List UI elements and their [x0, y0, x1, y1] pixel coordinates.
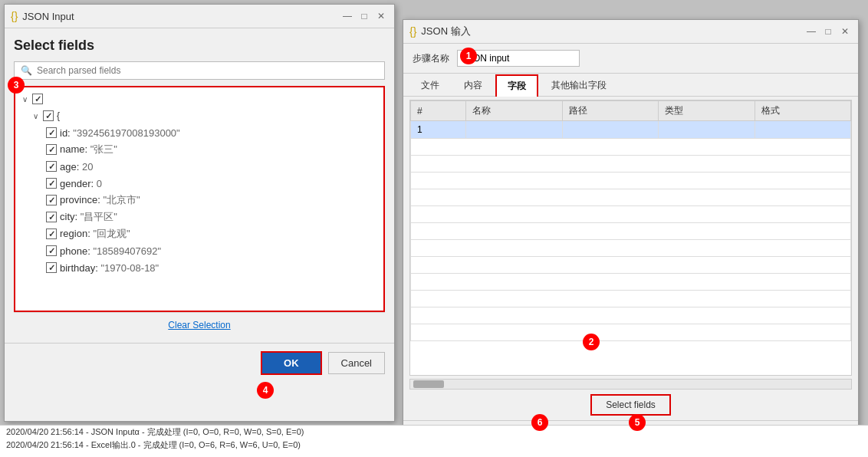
- left-titlebar: {} JSON Input — □ ✕: [5, 5, 394, 28]
- table-row: [411, 257, 851, 274]
- annotation-5: 5: [629, 414, 646, 431]
- table-row: [411, 173, 851, 189]
- table-row: [411, 240, 851, 257]
- horizontal-scrollbar[interactable]: [409, 379, 852, 390]
- field-label-name: name: "张三": [60, 143, 117, 156]
- field-row-province: province: "北京市": [15, 192, 383, 209]
- fields-table-wrapper[interactable]: # 名称 路径 类型 格式 1: [409, 100, 852, 376]
- clear-selection-container: Clear Selection: [14, 312, 385, 337]
- field-row-name: name: "张三": [15, 141, 383, 158]
- left-dialog-title: JSON Input: [22, 11, 74, 22]
- search-input[interactable]: [37, 65, 378, 76]
- log-area: 2020/04/20 21:56:14 - JSON Inputα - 完成处理…: [0, 425, 868, 457]
- checkbox-object[interactable]: [43, 110, 54, 121]
- cancel-button[interactable]: Cancel: [328, 352, 385, 374]
- chevron-root[interactable]: ∨: [20, 94, 29, 104]
- checkbox-region[interactable]: [46, 228, 57, 239]
- field-row-root: ∨: [15, 90, 383, 107]
- annotation-1: 1: [460, 48, 477, 64]
- left-maximize-button[interactable]: □: [357, 9, 371, 23]
- checkbox-gender[interactable]: [46, 178, 57, 189]
- col-path: 路径: [562, 101, 658, 121]
- left-close-button[interactable]: ✕: [374, 9, 388, 23]
- scroll-thumb: [413, 380, 444, 388]
- tab-content[interactable]: 内容: [452, 74, 494, 97]
- cell-name: [466, 121, 562, 139]
- checkbox-name[interactable]: [46, 144, 57, 155]
- checkbox-birthday[interactable]: [46, 262, 57, 273]
- field-row-region: region: "回龙观": [15, 225, 383, 242]
- left-dialog: {} JSON Input — □ ✕ Select fields 🔍 ∨: [4, 4, 395, 422]
- checkbox-id[interactable]: [46, 127, 57, 138]
- left-dialog-footer: OK Cancel: [5, 343, 394, 383]
- tab-other[interactable]: 其他输出字段: [540, 74, 618, 97]
- table-row: [411, 156, 851, 173]
- field-row-object: ∨ {: [15, 107, 383, 124]
- annotation-3: 3: [8, 77, 25, 94]
- ok-button[interactable]: OK: [261, 351, 322, 375]
- log-line-2: 2020/04/20 21:56:14 - Excel输出.0 - 完成处理 (…: [0, 439, 868, 452]
- select-fields-button[interactable]: Select fields: [590, 394, 671, 416]
- search-icon: 🔍: [21, 65, 32, 76]
- annotation-6: 6: [531, 414, 548, 431]
- field-label-phone: phone: "18589407692": [60, 245, 161, 257]
- tab-file[interactable]: 文件: [409, 74, 451, 97]
- field-row-birthday: birthday: "1970-08-18": [15, 259, 383, 276]
- annotation-4: 4: [257, 382, 274, 399]
- right-dialog-title: JSON 输入: [421, 25, 470, 38]
- log-line-1: 2020/04/20 21:56:14 - JSON Inputα - 完成处理…: [0, 426, 868, 439]
- col-format: 格式: [755, 101, 850, 121]
- table-row: [411, 274, 851, 291]
- field-label-region: region: "回龙观": [60, 227, 130, 241]
- right-minimize-button[interactable]: —: [804, 25, 818, 38]
- table-row: [411, 206, 851, 223]
- cell-path: [562, 121, 658, 139]
- table-row: [411, 139, 851, 156]
- table-row: [411, 189, 851, 206]
- checkbox-root[interactable]: [32, 94, 43, 104]
- right-json-icon: {}: [409, 25, 416, 38]
- annotation-2: 2: [583, 334, 600, 350]
- field-label-city: city: "昌平区": [60, 210, 117, 224]
- right-titlebar: {} JSON 输入 — □ ✕: [403, 20, 858, 44]
- col-name: 名称: [466, 101, 562, 121]
- field-row-phone: phone: "18589407692": [15, 242, 383, 259]
- table-row: [411, 307, 851, 324]
- right-maximize-button[interactable]: □: [821, 25, 835, 38]
- select-fields-heading: Select fields: [14, 38, 385, 54]
- right-close-button[interactable]: ✕: [838, 25, 852, 38]
- tabs-row: 文件 内容 字段 其他输出字段: [403, 74, 858, 97]
- field-label-age: age: 20: [60, 161, 93, 173]
- left-dialog-content: Select fields 🔍 ∨ ∨ {: [5, 28, 394, 343]
- field-label-object: {: [57, 110, 60, 121]
- fields-container[interactable]: ∨ ∨ { id: "392456197008193000": [14, 86, 385, 312]
- chevron-object[interactable]: ∨: [31, 111, 40, 120]
- cell-num: 1: [411, 121, 466, 139]
- checkbox-phone[interactable]: [46, 245, 57, 256]
- fields-table: # 名称 路径 类型 格式 1: [410, 100, 851, 341]
- col-num: #: [411, 101, 466, 121]
- checkbox-age[interactable]: [46, 161, 57, 172]
- checkbox-city[interactable]: [46, 212, 57, 222]
- table-row: [411, 324, 851, 341]
- field-row-city: city: "昌平区": [15, 209, 383, 225]
- clear-selection-link[interactable]: Clear Selection: [168, 320, 230, 330]
- json-icon: {}: [11, 10, 18, 22]
- left-minimize-button[interactable]: —: [340, 9, 354, 23]
- table-row: 1: [411, 121, 851, 139]
- col-type: 类型: [659, 101, 755, 121]
- cell-type: [659, 121, 755, 139]
- field-row-id: id: "392456197008193000": [15, 124, 383, 141]
- search-bar: 🔍: [14, 61, 385, 80]
- table-row: [411, 223, 851, 240]
- tab-fields[interactable]: 字段: [495, 74, 538, 97]
- table-row: [411, 291, 851, 307]
- cell-format: [755, 121, 850, 139]
- right-dialog: {} JSON 输入 — □ ✕ 步骤名称 文件 内容 字段 其他输出字段 # …: [403, 19, 859, 445]
- checkbox-province[interactable]: [46, 195, 57, 205]
- fields-inner: ∨ ∨ { id: "392456197008193000": [15, 87, 383, 279]
- field-label-province: province: "北京市": [60, 193, 140, 207]
- field-label-birthday: birthday: "1970-08-18": [60, 262, 159, 274]
- step-name-label: 步骤名称: [413, 52, 449, 65]
- field-label-gender: gender: 0: [60, 178, 102, 189]
